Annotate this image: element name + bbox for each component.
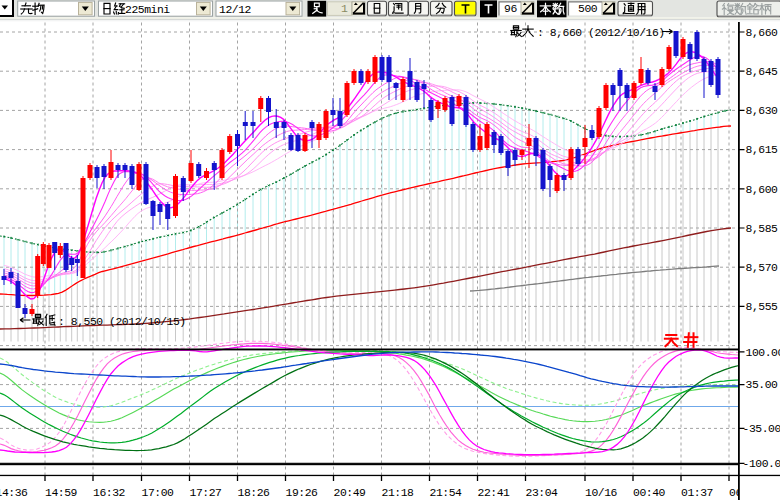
svg-text:17:00: 17:00 [142, 487, 175, 499]
svg-text:16:32: 16:32 [93, 487, 126, 499]
svg-text:23:04: 23:04 [526, 487, 559, 499]
svg-text:-100.0: -100.0 [743, 458, 780, 470]
svg-text:500: 500 [578, 3, 598, 15]
svg-text:22:41: 22:41 [478, 487, 511, 499]
svg-text:: 8,660 (2012/10/16): : 8,660 (2012/10/16) [537, 27, 665, 39]
svg-text:8,585: 8,585 [746, 223, 779, 235]
svg-text:8,630: 8,630 [746, 105, 779, 117]
svg-text:12/12: 12/12 [219, 4, 252, 16]
svg-text:20:49: 20:49 [334, 487, 367, 499]
svg-text:8,615: 8,615 [746, 144, 779, 156]
svg-text:100.00: 100.00 [746, 347, 780, 359]
svg-text:18:26: 18:26 [238, 487, 271, 499]
svg-text:35.00: 35.00 [746, 379, 779, 391]
svg-text:8,555: 8,555 [746, 301, 779, 313]
svg-text:21:18: 21:18 [382, 487, 415, 499]
svg-text:8,645: 8,645 [746, 66, 779, 78]
svg-text:19:26: 19:26 [286, 487, 319, 499]
svg-text:96: 96 [504, 3, 517, 15]
svg-text:8,600: 8,600 [746, 184, 779, 196]
svg-text:00:40: 00:40 [633, 487, 666, 499]
svg-text:10/16: 10/16 [585, 487, 618, 499]
svg-text:225mini: 225mini [125, 4, 170, 16]
svg-text:01:37: 01:37 [681, 487, 713, 499]
svg-text:14:59: 14:59 [45, 487, 78, 499]
svg-text:21:54: 21:54 [430, 487, 463, 499]
svg-text:8,660: 8,660 [746, 27, 779, 39]
svg-text:8,570: 8,570 [746, 262, 779, 274]
svg-text:-35.00: -35.00 [743, 423, 780, 435]
svg-text:1: 1 [341, 2, 348, 15]
svg-text:: 8,550 (2012/10/15): : 8,550 (2012/10/15) [58, 316, 186, 328]
svg-text:14:36: 14:36 [0, 487, 28, 499]
svg-text:17:27: 17:27 [190, 487, 222, 499]
